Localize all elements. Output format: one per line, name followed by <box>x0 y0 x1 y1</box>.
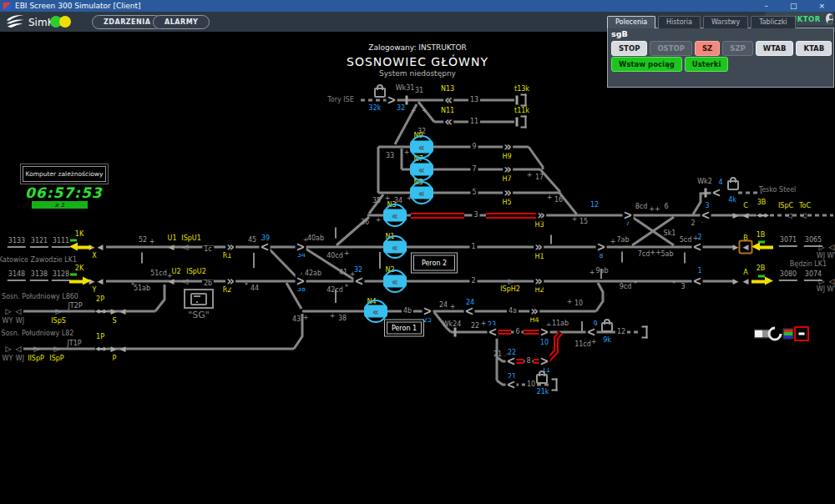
panel-button-ktab[interactable]: KTAB <box>796 41 832 56</box>
label-3: 3 <box>472 212 479 219</box>
route-triangle-right-icon[interactable]: ▶ <box>733 278 739 285</box>
label-U1: U1 <box>168 235 177 242</box>
route-triangle-left-icon[interactable]: ◀ <box>169 244 175 251</box>
switch-chevron-left-icon[interactable]: < <box>354 275 365 288</box>
signal-N3[interactable]: « <box>383 204 407 227</box>
signal-N5[interactable]: « <box>410 181 433 204</box>
switch-chevron-right-icon[interactable]: > <box>596 240 607 254</box>
switch-chevron-right-icon[interactable]: > <box>387 93 397 107</box>
label-+: + <box>411 108 417 114</box>
label-H9: H9 <box>502 154 511 160</box>
signal-N9[interactable]: « <box>410 135 433 159</box>
switch-chevron-right-icon[interactable]: > <box>539 325 550 339</box>
panel-button-szp[interactable]: SZP <box>722 41 753 56</box>
signal-N2[interactable]: « <box>383 270 407 293</box>
panel-title: sgB <box>611 29 628 38</box>
route-triangle-left-icon[interactable]: ◀ <box>743 212 749 219</box>
lock-icon <box>727 180 739 190</box>
route-triangle-right-icon[interactable]: ▶ <box>733 244 739 251</box>
label-+: + <box>330 313 336 320</box>
label-22: 22 <box>471 323 479 330</box>
signal-R1[interactable]: » <box>225 241 235 254</box>
direction-arrow-right-icon[interactable] <box>69 277 91 286</box>
switch-chevron-left-icon[interactable]: < <box>692 240 703 254</box>
switch-chevron-right-icon[interactable]: > <box>539 355 550 368</box>
panel-button-ostop[interactable]: OSTOP <box>650 41 692 56</box>
label-42cd: 42cd <box>326 287 343 294</box>
label-Katowice Zawodzie LK1: Katowice Zawodzie LK1 <box>0 257 77 264</box>
signal-H2[interactable]: » <box>534 275 544 288</box>
tab-historia[interactable]: Historia <box>658 16 701 28</box>
switch-chevron-left-icon[interactable]: < <box>701 209 711 222</box>
signal-R2[interactable]: » <box>225 275 235 288</box>
signal-N11[interactable]: « <box>443 116 453 129</box>
indicator-triangle-right-icon: ▷ <box>54 345 60 353</box>
label-WY: WY <box>3 318 13 325</box>
route-triangle-right-icon[interactable]: ▶ <box>111 345 117 353</box>
route-triangle-left-icon[interactable]: ◀ <box>98 278 104 285</box>
label-2: 2 <box>691 220 695 227</box>
signal-N13[interactable]: « <box>443 94 453 107</box>
direction-arrow-left-icon[interactable] <box>752 243 773 252</box>
label-Sosn. Południowy L82: Sosn. Południowy L82 <box>2 330 74 337</box>
signal-H4[interactable]: » <box>529 305 539 318</box>
signal-H1[interactable]: » <box>534 241 544 254</box>
switch-chevron-left-icon[interactable]: < <box>586 325 597 339</box>
label-H7: H7 <box>502 176 511 183</box>
switch-chevron-right-icon[interactable]: > <box>296 275 306 288</box>
switch-chevron-right-icon[interactable]: > <box>296 240 306 254</box>
switch-chevron-right-icon[interactable]: > <box>623 209 634 222</box>
label-3: 3 <box>681 284 685 290</box>
signal-H7[interactable]: » <box>503 164 513 176</box>
route-highlight-box <box>739 240 753 255</box>
tab-tabliczki[interactable]: Tabliczki <box>751 16 795 28</box>
signal-N4[interactable]: « <box>364 300 387 323</box>
green-tick-icon <box>70 239 77 242</box>
switch-chevron-left-icon[interactable]: < <box>464 305 475 318</box>
tab-warstwy[interactable]: Warstwy <box>703 16 748 28</box>
label-C: C <box>743 203 748 209</box>
route-triangle-left-icon[interactable]: ◀ <box>98 244 104 251</box>
label-2b: 2b <box>202 280 214 287</box>
route-triangle-left-icon[interactable]: ◀ <box>743 278 749 285</box>
legend-ring-icon <box>765 324 785 344</box>
route-triangle-right-icon[interactable]: ▶ <box>733 212 739 219</box>
label-ISpP: ISpP <box>49 355 63 362</box>
switch-chevron-left-icon[interactable]: < <box>488 325 498 339</box>
route-triangle-left-icon[interactable]: ◀ <box>169 278 175 285</box>
direction-arrow-left-icon[interactable] <box>69 243 91 252</box>
signal-N1[interactable]: « <box>383 235 407 259</box>
switch-chevron-left-icon[interactable]: < <box>506 355 517 368</box>
panel-button-wstaw-pociąg[interactable]: Wstaw pociąg <box>611 57 682 72</box>
panel-button-usterki[interactable]: Usterki <box>685 57 729 72</box>
switch-chevron-left-icon[interactable]: < <box>506 378 517 391</box>
switch-chevron-left-icon[interactable]: < <box>692 275 703 288</box>
signal-H5[interactable]: » <box>503 187 513 199</box>
signal-H3[interactable]: » <box>536 209 546 222</box>
signal-N7[interactable]: « <box>410 158 433 181</box>
panel-button-sz[interactable]: SZ <box>695 41 720 56</box>
switch-chevron-left-icon[interactable]: < <box>260 240 271 254</box>
label-JT2P: JT2P <box>68 303 82 310</box>
switch-chevron-right-icon[interactable]: > <box>423 305 433 318</box>
indicator-triangle-left-icon: ◁ <box>787 212 792 219</box>
direction-arrow-right-icon[interactable] <box>752 277 773 286</box>
panel-button-wtab[interactable]: WTAB <box>756 41 794 56</box>
tab-polecenia[interactable]: Polecenia <box>607 16 655 28</box>
switch-chevron-left-icon[interactable]: < <box>711 186 722 199</box>
route-triangle-right-icon[interactable]: ▶ <box>111 308 117 315</box>
label-45: 45 <box>248 237 256 244</box>
signal-H9[interactable]: » <box>503 141 513 154</box>
platform-box: Peron 1 <box>387 322 422 335</box>
label-Wk2: Wk2 <box>697 179 712 185</box>
label-35: 35 <box>372 198 381 204</box>
route-triangle-left-icon[interactable]: ◀ <box>120 345 126 353</box>
panel-button-stop[interactable]: STOP <box>611 41 647 56</box>
label-44: 44 <box>250 285 259 292</box>
route-triangle-left-icon[interactable]: ◀ <box>120 308 126 315</box>
label-1B: 1B <box>757 232 766 239</box>
platform-box: Peron 2 <box>413 255 455 271</box>
label-6: 6 <box>514 329 521 335</box>
label-11: 11 <box>468 118 480 125</box>
label-9ab: 9ab <box>595 268 608 275</box>
